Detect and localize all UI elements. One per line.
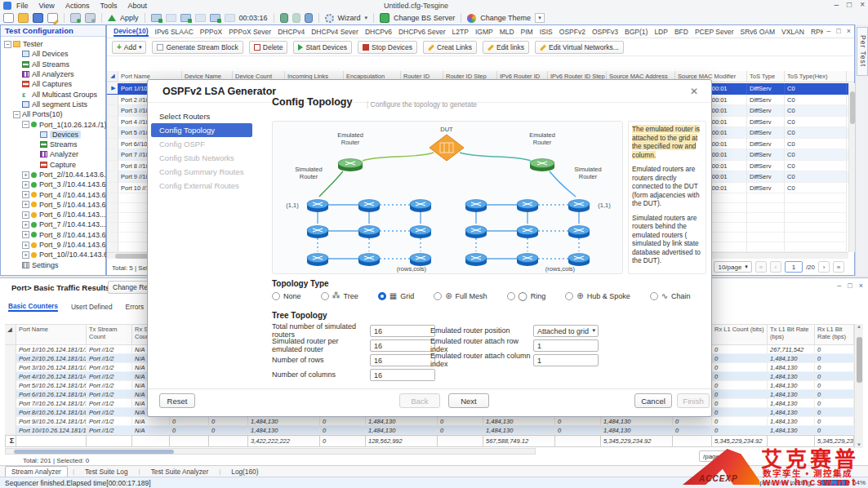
tree-expander-icon[interactable]: + xyxy=(22,181,29,189)
field-input[interactable]: 16 xyxy=(370,325,435,337)
radio-button[interactable] xyxy=(378,292,386,300)
dialog-close-icon[interactable]: ✕ xyxy=(690,86,698,97)
topology-option-hub-spoke[interactable]: ⊕Hub & Spoke xyxy=(565,292,630,300)
topology-option-ring[interactable]: ◯Ring xyxy=(507,292,546,300)
tree-item[interactable]: +Port_10//10.44.143.6... xyxy=(1,250,105,260)
tab-isis[interactable]: ISIS xyxy=(540,28,553,36)
start-traffic-icon[interactable] xyxy=(180,14,191,22)
column-header[interactable]: Rx L1 Count (bits) xyxy=(712,325,768,344)
tree-item[interactable]: +Port_9 //10.44.143.6... xyxy=(1,240,105,250)
add-button[interactable]: +Add▾ xyxy=(112,41,146,54)
field-input[interactable]: 1 xyxy=(533,354,599,366)
maximize-icon[interactable]: □ xyxy=(847,0,852,9)
tab-bfd[interactable]: BFD xyxy=(674,28,688,36)
tree-expander-icon[interactable]: − xyxy=(22,121,29,128)
tree-expander-icon[interactable]: + xyxy=(22,211,29,219)
table-row[interactable]: Port 9//10.26.124.181/1/9Port //1/2N/A00… xyxy=(5,417,854,426)
edit-links-button[interactable]: Edit links xyxy=(483,41,529,54)
radio-button[interactable] xyxy=(507,292,515,300)
tab-vxlan[interactable]: VXLAN xyxy=(781,28,804,36)
database-browse-icon[interactable] xyxy=(305,13,313,23)
new-file-icon[interactable] xyxy=(3,13,14,23)
change-bs-server-button[interactable]: Change BS Server xyxy=(394,14,455,22)
tree-item[interactable]: +Port_4 //10.44.143.6... xyxy=(1,189,105,199)
tree-expander-icon[interactable]: − xyxy=(4,41,11,48)
tab-igmp[interactable]: IGMP xyxy=(475,28,493,36)
bottom-tab-test-suite-log[interactable]: Test Suite Log xyxy=(79,467,134,477)
results-tab-basic-counters[interactable]: Basic Counters xyxy=(8,302,58,312)
tree-expander-icon[interactable]: + xyxy=(22,221,29,228)
creat-links-button[interactable]: Creat Links xyxy=(423,41,477,54)
database-connect-icon[interactable] xyxy=(280,13,288,23)
menu-item-file[interactable]: File xyxy=(16,2,29,10)
tree-item[interactable]: +Port_5 //10.44.143.6... xyxy=(1,200,105,210)
field-input[interactable]: 16 xyxy=(370,339,435,352)
bottom-tab-stream-analyzer[interactable]: Stream Analyzer xyxy=(5,466,68,477)
tree-item[interactable]: Devices xyxy=(1,130,105,140)
open-file-icon[interactable] xyxy=(18,13,29,23)
tree-item[interactable]: +Port_2//10.44.143.6... xyxy=(1,170,105,180)
tab-dhcpv6-sever[interactable]: DHCPv6 Sever xyxy=(398,28,446,36)
change-theme-button[interactable]: Change Theme xyxy=(480,14,531,22)
tab-dhcpv4[interactable]: DHCPv4 xyxy=(278,28,305,36)
results-tab-usert-defined[interactable]: Usert Defined xyxy=(71,303,113,311)
tab-ospfv2[interactable]: OSPFv2 xyxy=(559,28,585,36)
tab-ospfv3[interactable]: OSPFv3 xyxy=(592,28,618,36)
topology-option-tree[interactable]: ⁂Tree xyxy=(321,292,358,300)
side-dock-tab[interactable]: Per Test xyxy=(857,27,868,76)
tree-item[interactable]: −Port_1(10.26.124./1) xyxy=(1,119,105,129)
theme-dropdown-caret[interactable]: ▾ xyxy=(535,13,545,23)
radio-button[interactable] xyxy=(434,292,442,300)
tree-expander-icon[interactable]: + xyxy=(22,231,29,238)
dialog-nav-config-topology[interactable]: Config Topology xyxy=(151,123,252,137)
panel-minimize-icon[interactable]: – xyxy=(826,27,830,35)
tab-dhcpv4-sever[interactable]: DHCPv4 Sever xyxy=(311,28,358,36)
tree-expander-icon[interactable]: − xyxy=(13,111,20,118)
radio-button[interactable] xyxy=(321,292,329,300)
disconnect-icon[interactable] xyxy=(85,13,96,23)
tab-bgp-1-[interactable]: BGP(1) xyxy=(625,28,648,36)
column-header[interactable]: Rx L1 Bit Rate (bps) xyxy=(815,325,854,344)
menu-item-about[interactable]: About xyxy=(127,2,147,10)
tree-item[interactable]: Capture xyxy=(1,160,105,170)
field-select[interactable]: Attached to grid▾ xyxy=(533,325,599,337)
tab-l2tp[interactable]: L2TP xyxy=(452,28,469,36)
radio-button[interactable] xyxy=(565,292,573,300)
next-page-button[interactable]: › xyxy=(818,261,830,273)
edit-file-icon[interactable] xyxy=(47,13,58,23)
tab-ipv6-slaac[interactable]: IPv6 SLAAC xyxy=(155,28,194,36)
wizard-button[interactable]: Wizard xyxy=(338,14,361,22)
results-close-icon[interactable]: × xyxy=(859,282,863,290)
tree-item[interactable]: All Analyzers xyxy=(1,69,105,79)
results-tab-errors[interactable]: Errors xyxy=(126,303,145,311)
column-header[interactable]: Tx Stream Count xyxy=(87,325,132,344)
close-icon[interactable]: × xyxy=(860,0,865,9)
next-button[interactable]: Next xyxy=(448,393,489,408)
bottom-tab-log-160-[interactable]: Log(160) xyxy=(225,467,264,477)
column-header[interactable]: ToS Type(Hex) xyxy=(785,71,847,82)
start-ports-icon[interactable] xyxy=(151,14,162,22)
results-horizontal-scrollbar[interactable] xyxy=(5,448,536,455)
radio-button[interactable] xyxy=(272,292,280,300)
save-file-icon[interactable] xyxy=(33,13,43,23)
menu-item-view[interactable]: View xyxy=(39,2,55,10)
tab-pcep-sever[interactable]: PCEP Sever xyxy=(695,28,734,36)
tab-pppox[interactable]: PPPoX xyxy=(200,28,222,36)
tree-expander-icon[interactable]: + xyxy=(22,191,29,198)
topology-option-chain[interactable]: ∿Chain xyxy=(650,292,691,300)
panel-restore-icon[interactable]: □ xyxy=(836,27,840,35)
reset-button[interactable]: Reset xyxy=(159,393,195,408)
last-page-button[interactable]: » xyxy=(833,261,844,273)
field-input[interactable]: 16 xyxy=(370,354,435,366)
bottom-tab-test-suite-analyzer[interactable]: Test Suite Analyzer xyxy=(145,467,215,477)
generate-stream-block-button[interactable]: Generate Stream Block xyxy=(152,41,243,54)
topology-option-grid[interactable]: ▦Grid xyxy=(378,292,414,300)
results-vertical-scrollbar[interactable]: ▲▼ xyxy=(854,324,863,448)
tree-item[interactable]: εAll Multicast Groups xyxy=(1,89,105,99)
tree-item[interactable]: −All Ports(10) xyxy=(1,109,105,119)
tree-item[interactable]: −Tester xyxy=(1,39,105,49)
tree-item[interactable]: +Port_7 //10.44.143.... xyxy=(1,220,105,229)
tree-item[interactable]: +Port_6 //10.44.143.... xyxy=(1,210,105,220)
page-number-input[interactable]: 1 xyxy=(785,261,803,273)
tab-device-10-[interactable]: Device(10) xyxy=(114,27,149,37)
